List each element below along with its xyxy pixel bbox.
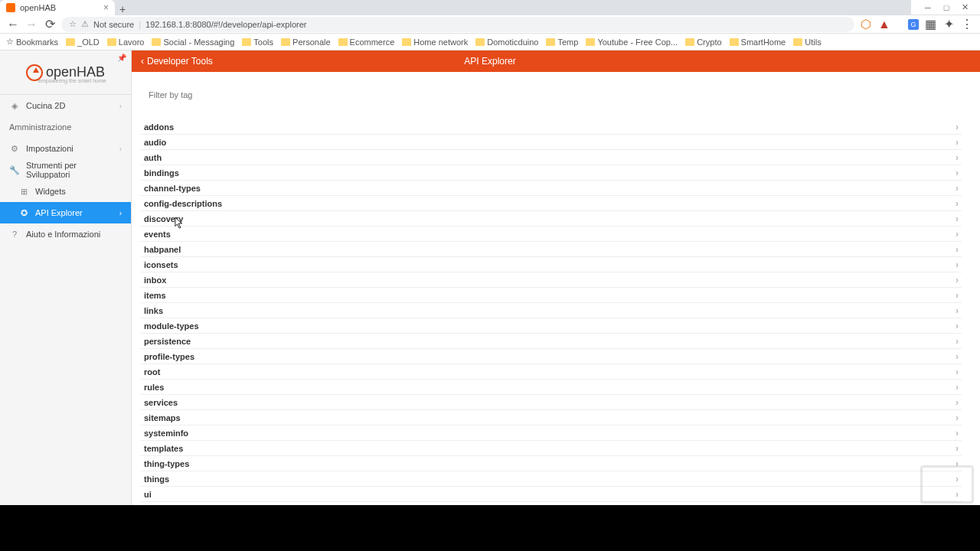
api-category-row[interactable]: sitemaps› [141,410,962,425]
bookmark-item[interactable]: Ecommerce [338,37,395,47]
bookmark-item[interactable]: Lavoro [107,37,145,47]
api-category-row[interactable]: channel-types› [141,181,962,196]
chevron-right-icon: › [956,336,959,347]
api-category-row[interactable]: things› [141,471,962,487]
api-category-row[interactable]: module-types› [141,318,962,334]
api-category-row[interactable]: addons› [141,119,962,135]
warning-badge-icon[interactable]: ▲ [877,18,891,31]
api-category-row[interactable]: audio› [141,135,962,150]
new-tab-button[interactable]: + [115,3,130,15]
shield-icon[interactable]: ⬡ [859,18,873,31]
folder-icon [793,38,802,46]
api-category-row[interactable]: config-descriptions› [141,196,962,211]
folder-icon [152,38,161,46]
bookmark-item[interactable]: Social - Messaging [152,37,234,47]
api-category-row[interactable]: inbox› [141,272,962,288]
bookmark-item[interactable]: Temp [546,37,578,47]
window-close-button[interactable]: ✕ [956,2,974,12]
bookmark-item[interactable]: Crypto [685,37,721,47]
folder-icon [730,38,739,46]
api-category-label: events [144,230,171,239]
filter-input[interactable] [149,90,954,99]
extensions-icon[interactable]: ✦ [942,18,956,31]
window-minimize-button[interactable]: ─ [919,3,937,12]
bookmark-item[interactable]: _OLD [66,37,100,47]
api-category-row[interactable]: auth› [141,150,962,165]
bookmark-label: Utils [805,37,821,47]
api-category-row[interactable]: profile-types› [141,349,962,364]
sidebar-item-devtools[interactable]: 🔧 Strumenti per Sviluppatori [0,159,131,181]
sidebar-item-cucina[interactable]: ◈ Cucina 2D › [0,95,131,116]
chevron-right-icon: › [956,244,959,255]
api-category-label: persistence [144,337,191,346]
api-category-label: bindings [144,168,179,178]
bookmark-item[interactable]: Tools [242,37,273,47]
bookmark-item[interactable]: Youtube - Free Cop... [586,37,678,47]
menu-icon[interactable]: ⋮ [960,18,974,31]
bookmark-item[interactable]: Personale [281,37,331,47]
chevron-right-icon: › [956,397,959,408]
sidebar-item-widgets[interactable]: ⊞ Widgets [0,181,131,202]
api-category-row[interactable]: thing-types› [141,456,962,471]
api-category-label: sitemaps [144,413,181,422]
bookmarks-root[interactable]: ☆ Bookmarks [6,37,58,47]
api-category-row[interactable]: items› [141,288,962,303]
content-area: addons›audio›auth›bindings›channel-types… [132,72,980,505]
bookmark-label: Tools [253,37,273,47]
api-category-label: templates [144,444,183,453]
bookmark-item[interactable]: Home network [402,37,468,47]
reader-icon[interactable]: ▦ [923,18,937,31]
bookmark-item[interactable]: Domoticduino [475,37,538,47]
nav-forward-button[interactable]: → [24,18,38,31]
address-bar[interactable]: ☆ ⚠ Not secure | 192.168.1.8:8080/#!/dev… [61,17,854,32]
api-category-row[interactable]: bindings› [141,165,962,181]
bookmark-star-icon[interactable]: ☆ [69,19,77,29]
nav-reload-button[interactable]: ⟳ [43,18,57,31]
api-category-row[interactable]: services› [141,395,962,410]
api-category-row[interactable]: ui› [141,487,962,502]
pin-icon[interactable]: 📌 [117,54,126,62]
api-category-row[interactable]: links› [141,303,962,318]
back-button[interactable]: ‹ Developer Tools [141,56,213,67]
compass-icon: ✪ [18,208,29,218]
api-category-row[interactable]: root› [141,364,962,380]
api-category-row[interactable]: habpanel› [141,242,962,257]
api-category-row[interactable]: persistence› [141,334,962,349]
chevron-right-icon: › [956,428,959,439]
bookmark-icon: ☆ [6,37,14,47]
bookmark-item[interactable]: SmartHome [730,37,786,47]
bookmark-label: Youtube - Free Cop... [597,37,678,47]
folder-icon [107,38,116,46]
api-category-row[interactable]: rules› [141,380,962,395]
app-root: 📌 openHAB empowering the smart home ◈ Cu… [0,51,980,505]
chevron-right-icon: › [956,382,959,393]
bookmark-label: _OLD [77,37,100,47]
sidebar-item-help[interactable]: ? Aiuto e Informazioni [0,223,131,245]
api-category-label: profile-types [144,352,194,361]
folder-icon [242,38,251,46]
api-category-row[interactable]: discovery› [141,211,962,227]
sidebar-item-api-explorer[interactable]: ✪ API Explorer › [0,202,131,223]
translate-icon[interactable]: G [908,19,919,30]
api-category-row[interactable]: events› [141,227,962,242]
api-category-label: items [144,291,166,300]
chevron-right-icon: › [956,351,959,362]
chevron-right-icon: › [956,259,959,270]
chevron-right-icon: › [956,152,959,163]
api-category-label: inbox [144,276,166,285]
api-category-label: addons [144,122,174,132]
sidebar-label: Widgets [35,187,66,196]
api-category-row[interactable]: systeminfo› [141,425,962,441]
browser-tab[interactable]: openHAB × [0,0,115,15]
window-maximize-button[interactable]: □ [937,3,956,12]
bookmark-item[interactable]: Utils [793,37,821,47]
api-category-row[interactable]: templates› [141,441,962,456]
tab-close-icon[interactable]: × [103,2,109,13]
nav-back-button[interactable]: ← [6,18,20,31]
layers-icon: ◈ [9,101,20,111]
api-category-row[interactable]: iconsets› [141,257,962,272]
chevron-right-icon: › [956,367,959,377]
sidebar-item-settings[interactable]: ⚙ Impostazioni › [0,138,131,159]
chevron-right-icon: › [956,275,959,285]
bookmark-label: Domoticduino [487,37,538,47]
